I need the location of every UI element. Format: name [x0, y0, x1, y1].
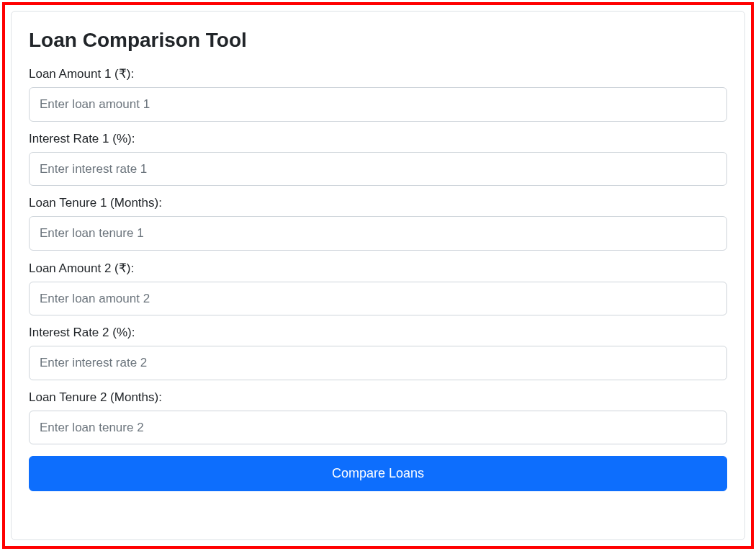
- loan-tenure-1-label: Loan Tenure 1 (Months):: [29, 196, 727, 210]
- loan-amount-2-group: Loan Amount 2 (₹):: [29, 261, 727, 323]
- interest-rate-2-input[interactable]: [29, 346, 727, 380]
- loan-tenure-2-label: Loan Tenure 2 (Months):: [29, 390, 727, 405]
- loan-tenure-2-input[interactable]: [29, 411, 727, 445]
- loan-amount-1-group: Loan Amount 1 (₹):: [29, 66, 727, 129]
- loan-comparison-card: Loan Comparison Tool Loan Amount 1 (₹): …: [11, 11, 745, 540]
- loan-tenure-2-group: Loan Tenure 2 (Months):: [29, 390, 727, 452]
- page-title: Loan Comparison Tool: [29, 29, 727, 52]
- loan-amount-2-input[interactable]: [29, 282, 727, 316]
- loan-tenure-1-group: Loan Tenure 1 (Months):: [29, 196, 727, 258]
- interest-rate-2-label: Interest Rate 2 (%):: [29, 326, 727, 340]
- loan-amount-2-label: Loan Amount 2 (₹):: [29, 261, 727, 276]
- loan-amount-1-input[interactable]: [29, 87, 727, 122]
- highlight-border: Loan Comparison Tool Loan Amount 1 (₹): …: [2, 2, 754, 549]
- interest-rate-1-label: Interest Rate 1 (%):: [29, 132, 727, 146]
- loan-tenure-1-input[interactable]: [29, 216, 727, 251]
- loan-amount-1-label: Loan Amount 1 (₹):: [29, 66, 727, 81]
- interest-rate-1-group: Interest Rate 1 (%):: [29, 132, 727, 194]
- interest-rate-1-input[interactable]: [29, 152, 727, 187]
- compare-loans-button[interactable]: Compare Loans: [29, 456, 727, 491]
- interest-rate-2-group: Interest Rate 2 (%):: [29, 326, 727, 388]
